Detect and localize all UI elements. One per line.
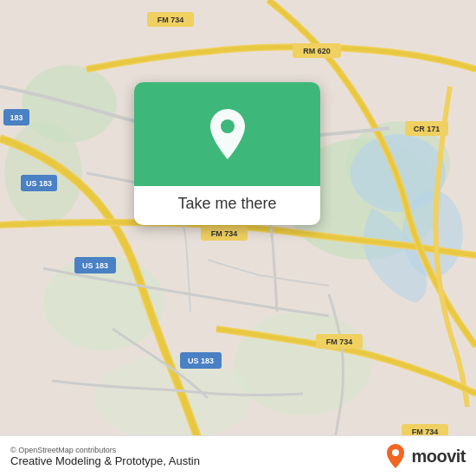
svg-text:US 183: US 183 [82, 261, 108, 270]
svg-text:US 183: US 183 [26, 179, 52, 188]
svg-text:FM 734: FM 734 [326, 338, 353, 346]
map-container: FM 734 RM 620 FM 724 183 US 183 CR 171 F… [0, 0, 476, 476]
footer-left: © OpenStreetMap contributors Creative Mo… [10, 446, 200, 467]
svg-point-33 [392, 449, 399, 456]
location-pin-icon [205, 107, 250, 161]
svg-text:CR 171: CR 171 [414, 125, 441, 133]
svg-text:183: 183 [10, 113, 23, 122]
take-me-there-button[interactable]: Take me there [177, 195, 276, 213]
location-name: Creative Modeling & Prototype, Austin [10, 454, 200, 467]
svg-point-6 [234, 312, 372, 415]
popup-label-section[interactable]: Take me there [134, 186, 320, 225]
map-background: FM 734 RM 620 FM 724 183 US 183 CR 171 F… [0, 0, 476, 476]
moovit-brand-text: moovit [411, 447, 466, 466]
moovit-logo: moovit [382, 442, 466, 470]
location-popup: Take me there [134, 82, 320, 225]
moovit-pin-icon [382, 442, 409, 470]
svg-text:FM 734: FM 734 [211, 229, 238, 238]
svg-point-32 [221, 119, 235, 133]
osm-attribution: © OpenStreetMap contributors [10, 446, 200, 454]
svg-text:RM 620: RM 620 [303, 47, 331, 55]
svg-text:US 183: US 183 [188, 357, 214, 365]
popup-header [134, 82, 320, 186]
footer-bar: © OpenStreetMap contributors Creative Mo… [0, 435, 476, 476]
svg-text:FM 734: FM 734 [158, 16, 184, 24]
